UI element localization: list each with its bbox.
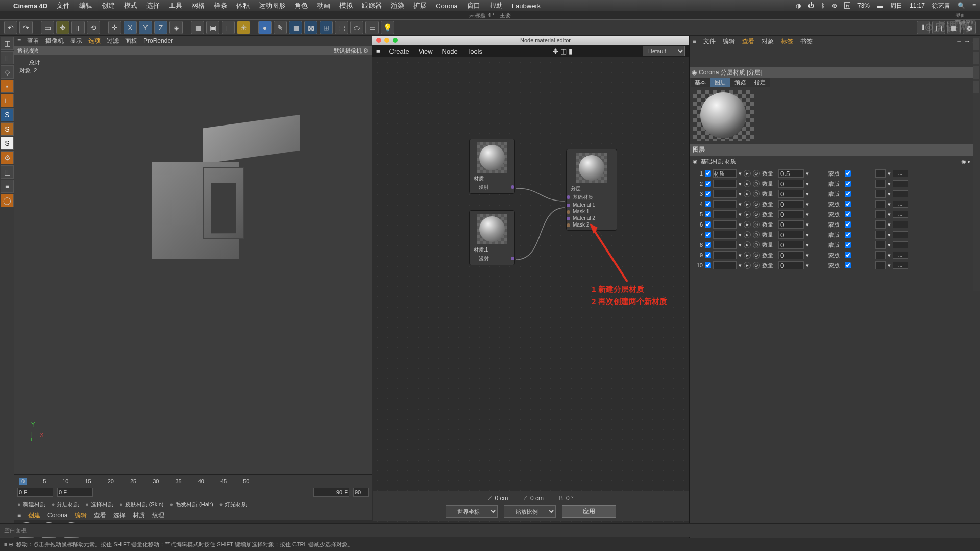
mm-material[interactable]: 材质 (133, 511, 145, 520)
mask-enable[interactable] (845, 262, 851, 268)
mat-layer[interactable]: 分层材质 (52, 500, 80, 508)
node-m2-port[interactable]: 漫射 (472, 255, 512, 263)
ne-preset[interactable]: Default (643, 46, 685, 56)
mask-enable[interactable] (845, 211, 851, 217)
rtool-3[interactable] (973, 66, 979, 79)
mask-dd[interactable] (875, 261, 886, 269)
move-tool[interactable]: ✥ (56, 21, 69, 34)
node-layer[interactable]: 分层 基础材质 Material 1 Mask 1 Material 2 Mas… (566, 149, 617, 231)
layer-material-dd[interactable]: 材质 (713, 169, 737, 178)
more-button[interactable]: … (893, 231, 908, 238)
port-base[interactable]: 基础材质 (569, 193, 615, 202)
rtool-2[interactable] (973, 52, 979, 64)
frame-35[interactable]: 35 (176, 478, 182, 484)
port-mat2[interactable]: Material 2 (569, 215, 615, 221)
frame-30[interactable]: 30 (153, 478, 159, 484)
menu-mode[interactable]: 模式 (124, 1, 137, 10)
layer-material-dd[interactable] (713, 220, 737, 229)
more-button[interactable]: … (893, 221, 908, 228)
layer-enable[interactable] (705, 221, 711, 228)
frame-40[interactable]: 40 (198, 478, 204, 484)
qty-input[interactable] (778, 190, 804, 198)
port-mask2[interactable]: Mask 2 (569, 221, 615, 228)
coord-scale[interactable]: 缩放比例 (504, 505, 556, 518)
frame-current[interactable] (57, 488, 93, 497)
qty-input[interactable] (778, 210, 804, 218)
more-button[interactable]: … (893, 180, 908, 187)
vp-prorender[interactable]: ProRender (143, 37, 173, 44)
x-lock[interactable]: X (124, 21, 137, 34)
rp-edit[interactable]: 编辑 (723, 37, 735, 46)
mask-dd[interactable] (875, 200, 886, 208)
menu-render[interactable]: 渲染 (391, 1, 404, 10)
tool-grid[interactable]: ▦ (1, 165, 14, 179)
target-icon[interactable]: ⊙ (753, 231, 760, 238)
layer-enable[interactable] (705, 170, 711, 177)
frame-end2[interactable] (353, 488, 369, 497)
frame-start[interactable] (17, 488, 53, 497)
menu-simulate[interactable]: 模拟 (339, 1, 353, 10)
camera-tool[interactable]: ▭ (365, 21, 379, 34)
rtool-4[interactable] (973, 81, 979, 93)
generator-1[interactable]: ▦ (289, 21, 302, 34)
port-mat1[interactable]: Material 1 (569, 202, 615, 208)
picture-viewer[interactable]: ☀ (237, 21, 250, 34)
rp-file[interactable]: 文件 (703, 37, 716, 46)
qty-input[interactable] (778, 200, 804, 208)
vp-filter[interactable]: 过滤 (107, 37, 119, 45)
frame-45[interactable]: 45 (220, 478, 227, 484)
layer-material-dd[interactable] (713, 190, 737, 198)
layer-material-dd[interactable] (713, 200, 737, 208)
mask-enable[interactable] (845, 181, 851, 187)
mask-dd[interactable] (875, 220, 886, 229)
coord-system[interactable]: 世界坐标 (446, 505, 498, 518)
frame-5[interactable]: 5 (43, 478, 46, 484)
minimize-icon[interactable] (384, 38, 389, 43)
timeline[interactable]: 0 5 10 15 20 25 30 35 40 45 50 (14, 474, 372, 487)
menu-animate[interactable]: 动画 (317, 1, 330, 10)
texture-mode[interactable]: ▦ (1, 51, 14, 64)
menu-mograph[interactable]: 运动图形 (259, 1, 285, 10)
arrow-icon[interactable]: ▸ (744, 252, 751, 259)
menu-edit[interactable]: 编辑 (79, 1, 92, 10)
layer-enable[interactable] (705, 242, 711, 248)
arrow-icon[interactable]: ▸ (744, 231, 751, 238)
ime-icon[interactable]: 🄰 (844, 2, 850, 9)
model-mode[interactable]: ◫ (1, 37, 14, 50)
qty-input[interactable] (778, 180, 804, 188)
menu-tracker[interactable]: 跟踪器 (362, 1, 382, 10)
redo-button[interactable]: ↷ (19, 21, 33, 34)
vp-camera[interactable]: 摄像机 (45, 37, 64, 45)
status-icon[interactable]: ◑ (796, 2, 801, 9)
tool-layers[interactable]: ≡ (1, 180, 14, 193)
mask-enable[interactable] (845, 252, 851, 258)
mm-create[interactable]: 创建 (28, 511, 40, 520)
layer-enable[interactable] (705, 232, 711, 238)
wifi2-icon[interactable]: ⊕ (832, 2, 837, 9)
layer-material-dd[interactable] (713, 180, 737, 188)
environment[interactable]: ⬭ (350, 21, 363, 34)
edge-mode[interactable]: ∟ (1, 94, 14, 107)
app-name[interactable]: Cinema 4D (13, 2, 47, 10)
mask-enable[interactable] (845, 170, 851, 177)
layer-enable[interactable] (705, 201, 711, 207)
target-icon[interactable]: ⊙ (753, 180, 760, 187)
undo-button[interactable]: ↶ (4, 21, 17, 34)
workplane-mode[interactable]: ◇ (1, 65, 14, 79)
tool-circle[interactable]: ◯ (1, 194, 14, 207)
tab-preview[interactable]: 预览 (730, 78, 750, 87)
mask-dd[interactable] (875, 169, 886, 178)
more-button[interactable]: … (893, 190, 908, 197)
menu-character[interactable]: 角色 (295, 1, 308, 10)
node-m1-port[interactable]: 漫射 (472, 183, 512, 191)
more-button[interactable]: … (893, 241, 908, 248)
scale-tool[interactable]: ◫ (71, 21, 85, 34)
material-preview[interactable] (693, 90, 754, 141)
coord-tool[interactable]: ◈ (169, 21, 183, 34)
layer-enable[interactable] (705, 191, 711, 197)
mat-new[interactable]: 新建材质 (17, 500, 45, 508)
target-icon[interactable]: ⊙ (753, 170, 760, 177)
layer-enable[interactable] (705, 252, 711, 258)
menu-help[interactable]: 帮助 (489, 1, 503, 10)
mm-view[interactable]: 查看 (94, 511, 106, 520)
